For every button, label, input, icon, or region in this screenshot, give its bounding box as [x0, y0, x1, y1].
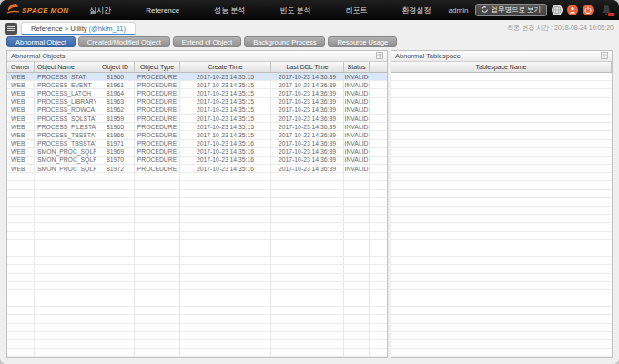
page-menu-icon[interactable] — [5, 23, 17, 35]
table-row[interactable] — [391, 282, 612, 290]
table-row[interactable] — [391, 315, 612, 323]
table-row[interactable] — [7, 232, 387, 240]
table-row[interactable] — [391, 349, 612, 357]
table-row[interactable] — [7, 282, 387, 290]
table-row[interactable] — [391, 307, 612, 315]
table-row[interactable] — [391, 298, 612, 307]
table-row[interactable] — [391, 140, 612, 148]
table-row[interactable] — [391, 257, 612, 265]
notification-bell-icon[interactable] — [601, 4, 613, 16]
table-row[interactable] — [7, 290, 387, 298]
table-row[interactable]: WEBSMON_PROC_SQLF…81969PROCEDURE2017-10-… — [7, 148, 387, 157]
table-row[interactable]: WEBPROCESS_TBSSTAT…81971PROCEDURE2017-10… — [7, 140, 387, 148]
table-row[interactable] — [7, 215, 387, 223]
table-row[interactable] — [391, 223, 612, 231]
tab-created-modified-object[interactable]: Created/Modified Object — [78, 36, 170, 47]
table-row[interactable] — [391, 248, 612, 257]
table-row[interactable] — [7, 324, 387, 332]
globe-icon[interactable] — [552, 5, 563, 15]
menu-item-realtime[interactable]: 실시간 — [72, 5, 128, 15]
column-header[interactable]: Last DDL Time — [271, 62, 344, 72]
table-row[interactable] — [391, 173, 612, 181]
export-grid-icon[interactable] — [376, 52, 383, 61]
column-header[interactable]: Object ID — [96, 62, 135, 72]
table-cell — [180, 181, 271, 188]
column-header[interactable]: Object Name — [35, 62, 96, 72]
table-row[interactable] — [7, 332, 387, 340]
menu-item-report[interactable]: 리포트 — [329, 5, 385, 15]
table-row[interactable]: WEBPROCESS_ROWCA…81962PROCEDURE2017-10-2… — [7, 106, 387, 115]
table-row[interactable] — [7, 257, 387, 265]
table-row[interactable] — [7, 340, 387, 349]
table-row[interactable]: WEBPROCESS_SQLSTAT81959PROCEDURE2017-10-… — [7, 115, 387, 123]
table-row[interactable] — [391, 332, 612, 340]
table-row[interactable] — [391, 106, 612, 115]
export-grid-icon[interactable] — [601, 52, 608, 61]
table-row[interactable] — [7, 307, 387, 315]
table-row[interactable]: WEBPROCESS_FILESTAT81965PROCEDURE2017-10… — [7, 123, 387, 131]
table-row[interactable] — [7, 181, 387, 189]
table-row[interactable] — [391, 148, 612, 157]
table-row[interactable] — [391, 115, 612, 123]
table-row[interactable] — [391, 207, 612, 215]
view-by-task-button[interactable]: 업무명으로 보기 — [475, 4, 547, 16]
menu-item-settings[interactable]: 환경설정 — [385, 5, 449, 15]
table-row[interactable]: WEBSMON_PROC_SQLP…81972PROCEDURE2017-10-… — [7, 165, 387, 173]
column-header[interactable]: Create Time — [180, 62, 271, 72]
table-row[interactable] — [391, 123, 612, 131]
menu-item-frequency[interactable]: 빈도 분석 — [262, 5, 328, 15]
table-row[interactable] — [391, 98, 612, 106]
table-row[interactable] — [7, 223, 387, 231]
table-row[interactable] — [391, 131, 612, 139]
table-row[interactable]: WEBPROCESS_LATCH81964PROCEDURE2017-10-23… — [7, 89, 387, 97]
table-row[interactable] — [7, 274, 387, 282]
table-cell: INVALID — [344, 106, 370, 114]
table-row[interactable]: WEBPROCESS_LIBRARY…81963PROCEDURE2017-10… — [7, 98, 387, 106]
tab-extend-of-object[interactable]: Extend of Object — [173, 36, 241, 47]
table-row[interactable] — [391, 232, 612, 240]
column-header[interactable]: Owner — [7, 62, 35, 72]
table-row[interactable]: WEBSMON_PROC_SQLP…81970PROCEDURE2017-10-… — [7, 157, 387, 165]
table-row[interactable] — [391, 215, 612, 223]
table-row[interactable] — [7, 173, 387, 181]
table-row[interactable] — [391, 165, 612, 173]
user-icon[interactable] — [567, 5, 578, 15]
table-row[interactable] — [391, 198, 612, 207]
table-row[interactable] — [7, 190, 387, 198]
table-row[interactable] — [7, 265, 387, 273]
table-cell — [35, 173, 96, 180]
table-row[interactable] — [7, 248, 387, 257]
table-row[interactable] — [7, 198, 387, 207]
power-icon[interactable] — [583, 5, 594, 15]
table-row[interactable] — [391, 340, 612, 349]
table-row[interactable] — [391, 157, 612, 165]
table-row[interactable] — [391, 274, 612, 282]
breadcrumb-tab[interactable]: Reference > Utility (@hkim_11) — [21, 22, 136, 35]
table-row[interactable] — [391, 265, 612, 273]
table-row[interactable] — [391, 324, 612, 332]
table-row[interactable] — [391, 181, 612, 189]
column-header[interactable]: Tablespace Name — [391, 62, 612, 72]
table-row[interactable] — [7, 315, 387, 323]
table-cell: INVALID — [344, 98, 370, 106]
column-header[interactable]: Object Type — [135, 62, 180, 72]
column-header[interactable]: Status — [344, 62, 370, 72]
table-row[interactable] — [391, 190, 612, 198]
table-row[interactable] — [7, 349, 387, 357]
table-row[interactable] — [7, 207, 387, 215]
tab-resource-usage[interactable]: Resource Usage — [328, 36, 397, 47]
tab-background-process[interactable]: Background Process — [244, 36, 325, 47]
menu-item-reference[interactable]: Reference — [128, 6, 197, 15]
table-row[interactable] — [7, 298, 387, 307]
menu-item-performance[interactable]: 성능 분석 — [197, 5, 262, 15]
table-row[interactable] — [391, 81, 612, 89]
table-row[interactable] — [391, 89, 612, 97]
table-row[interactable] — [391, 290, 612, 298]
table-row[interactable]: WEBPROCESS_STAT81960PROCEDURE2017-10-23 … — [7, 73, 387, 81]
table-row[interactable]: WEBPROCESS_TBSSTAT81966PROCEDURE2017-10-… — [7, 131, 387, 139]
table-row[interactable] — [391, 73, 612, 81]
tab-abnormal-object[interactable]: Abnormal Object — [6, 36, 76, 47]
table-row[interactable]: WEBPROCESS_EVENT81961PROCEDURE2017-10-23… — [7, 81, 387, 89]
table-row[interactable] — [7, 240, 387, 248]
table-row[interactable] — [391, 240, 612, 248]
